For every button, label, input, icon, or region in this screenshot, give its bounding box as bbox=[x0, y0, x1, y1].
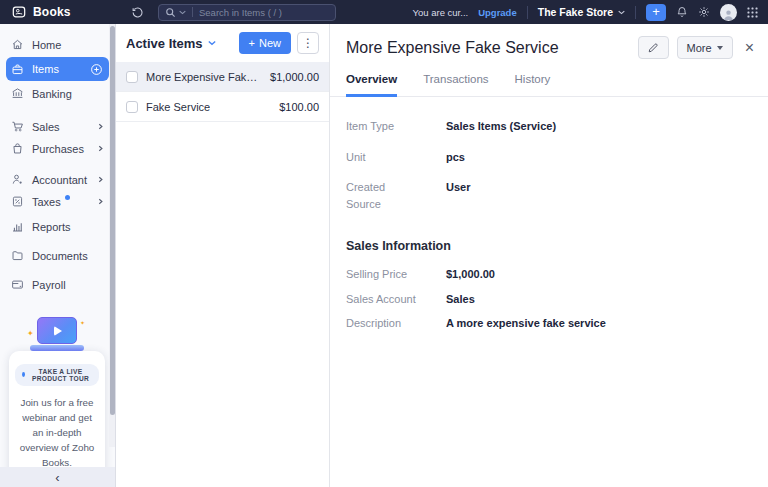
close-icon[interactable]: × bbox=[745, 40, 754, 56]
item-name: More Expensive Fake Service bbox=[146, 71, 262, 83]
plus-icon: + bbox=[249, 37, 255, 49]
item-name: Fake Service bbox=[146, 101, 210, 113]
detail-header: More Expensive Fake Service More × bbox=[330, 24, 768, 59]
sparkle-icon: ✦ bbox=[27, 329, 34, 338]
field-value: Sales bbox=[446, 291, 475, 308]
field-row: Item Type Sales Items (Service) bbox=[346, 118, 752, 135]
item-row[interactable]: More Expensive Fake Service $1,000.00 bbox=[116, 62, 329, 92]
sidebar-collapse-button[interactable]: ‹ bbox=[0, 467, 115, 487]
page-title: More Expensive Fake Service bbox=[346, 39, 559, 57]
sidebar: Home Items Banking Sales Purchases bbox=[0, 24, 115, 487]
field-value: User bbox=[446, 179, 470, 212]
user-avatar[interactable] bbox=[720, 4, 737, 21]
org-name: The Fake Store bbox=[538, 6, 613, 18]
scrollbar-thumb[interactable] bbox=[110, 26, 115, 415]
detail-tabs: Overview Transactions History bbox=[330, 73, 768, 97]
plus-icon: + bbox=[652, 4, 660, 19]
caret-down-icon bbox=[717, 46, 723, 50]
search-input[interactable] bbox=[199, 7, 329, 18]
sparkle-icon: ✦ bbox=[80, 319, 85, 326]
settings-gear-icon[interactable] bbox=[698, 6, 710, 18]
field-label: Sales Account bbox=[346, 291, 446, 308]
list-more-options-button[interactable]: ⋮ bbox=[297, 32, 319, 54]
sidebar-item-sales[interactable]: Sales bbox=[8, 116, 107, 137]
row-checkbox[interactable] bbox=[126, 101, 138, 113]
field-row: Created Source User bbox=[346, 179, 752, 212]
tab-overview[interactable]: Overview bbox=[346, 73, 397, 97]
field-label: Unit bbox=[346, 149, 446, 166]
item-row[interactable]: Fake Service $100.00 bbox=[116, 92, 329, 122]
divider bbox=[635, 6, 636, 19]
sidebar-item-home[interactable]: Home bbox=[8, 34, 107, 55]
tab-transactions[interactable]: Transactions bbox=[423, 73, 488, 97]
field-row: Description A more expensive fake servic… bbox=[346, 315, 752, 332]
notifications-bell-icon[interactable] bbox=[676, 6, 688, 18]
field-row: Sales Account Sales bbox=[346, 291, 752, 308]
quick-create-button[interactable]: + bbox=[646, 4, 666, 21]
chevron-right-icon bbox=[97, 123, 104, 130]
field-value: $1,000.00 bbox=[446, 266, 495, 283]
app-brand[interactable]: Books bbox=[0, 5, 115, 19]
sidebar-scrollbar[interactable] bbox=[109, 24, 115, 447]
item-detail-panel: More Expensive Fake Service More × Overv… bbox=[330, 24, 768, 487]
books-logo-icon bbox=[12, 5, 26, 19]
search-scope-caret-icon[interactable] bbox=[179, 10, 186, 15]
cart-icon bbox=[11, 120, 24, 133]
add-item-icon[interactable] bbox=[90, 63, 103, 76]
recent-activity-icon[interactable] bbox=[131, 6, 144, 19]
pencil-icon bbox=[647, 42, 659, 54]
sidebar-item-items[interactable]: Items bbox=[6, 57, 109, 81]
laptop-illustration: ✦ ✦ bbox=[27, 317, 87, 351]
vertical-dots-icon: ⋮ bbox=[302, 36, 314, 50]
topbar-right: You are cur... Upgrade The Fake Store + bbox=[413, 4, 768, 21]
field-label: Selling Price bbox=[346, 266, 446, 283]
accountant-person-icon bbox=[11, 173, 24, 186]
edit-button[interactable] bbox=[638, 36, 669, 59]
field-label: Description bbox=[346, 315, 446, 332]
sidebar-item-accountant[interactable]: Accountant bbox=[8, 169, 107, 190]
sidebar-item-taxes[interactable]: Taxes bbox=[8, 191, 107, 212]
sidebar-item-payroll[interactable]: Payroll bbox=[8, 274, 107, 295]
notification-dot bbox=[65, 195, 70, 200]
field-label: Item Type bbox=[346, 118, 446, 135]
item-price: $1,000.00 bbox=[270, 71, 319, 83]
field-value: A more expensive fake service bbox=[446, 315, 606, 332]
app-title: Books bbox=[33, 5, 71, 19]
items-list-panel: Active Items + New ⋮ More Expensive Fake… bbox=[115, 24, 330, 487]
webinar-text: Join us for a free webinar and get an in… bbox=[17, 395, 97, 468]
home-icon bbox=[11, 38, 24, 51]
upgrade-link[interactable]: Upgrade bbox=[478, 7, 517, 18]
field-value: Sales Items (Service) bbox=[446, 118, 556, 135]
play-icon bbox=[54, 326, 62, 336]
search-icon[interactable] bbox=[165, 7, 176, 18]
tab-history[interactable]: History bbox=[515, 73, 551, 97]
app-body: Home Items Banking Sales Purchases bbox=[0, 24, 768, 487]
detail-actions: More × bbox=[638, 36, 754, 59]
more-button[interactable]: More bbox=[677, 36, 733, 59]
new-item-button[interactable]: + New bbox=[239, 32, 291, 54]
list-header: Active Items + New ⋮ bbox=[116, 24, 329, 62]
chevron-right-icon bbox=[97, 145, 104, 152]
divider bbox=[527, 6, 528, 19]
sidebar-item-banking[interactable]: Banking bbox=[8, 83, 107, 104]
search-box bbox=[158, 4, 336, 21]
sidebar-item-documents[interactable]: Documents bbox=[8, 245, 107, 266]
field-row: Selling Price $1,000.00 bbox=[346, 266, 752, 283]
trial-status-text: You are cur... bbox=[413, 7, 469, 18]
sidebar-item-reports[interactable]: Reports bbox=[8, 216, 107, 237]
sidebar-item-purchases[interactable]: Purchases bbox=[8, 138, 107, 159]
folder-icon bbox=[11, 249, 24, 262]
row-checkbox[interactable] bbox=[126, 71, 138, 83]
chevron-down-icon bbox=[618, 10, 625, 15]
payroll-card-icon bbox=[11, 278, 24, 291]
list-filter-dropdown[interactable]: Active Items bbox=[126, 36, 216, 51]
bar-chart-icon bbox=[11, 220, 24, 233]
item-price: $100.00 bbox=[279, 101, 319, 113]
apps-grid-icon[interactable] bbox=[747, 7, 758, 18]
chevron-right-icon bbox=[97, 198, 104, 205]
org-switcher[interactable]: The Fake Store bbox=[538, 6, 625, 18]
bank-icon bbox=[11, 87, 24, 100]
sales-information-heading: Sales Information bbox=[346, 239, 752, 253]
product-tour-badge[interactable]: TAKE A LIVE PRODUCT TOUR bbox=[15, 364, 99, 386]
topbar: Books You are cur... Upgrade The Fake St… bbox=[0, 0, 768, 24]
